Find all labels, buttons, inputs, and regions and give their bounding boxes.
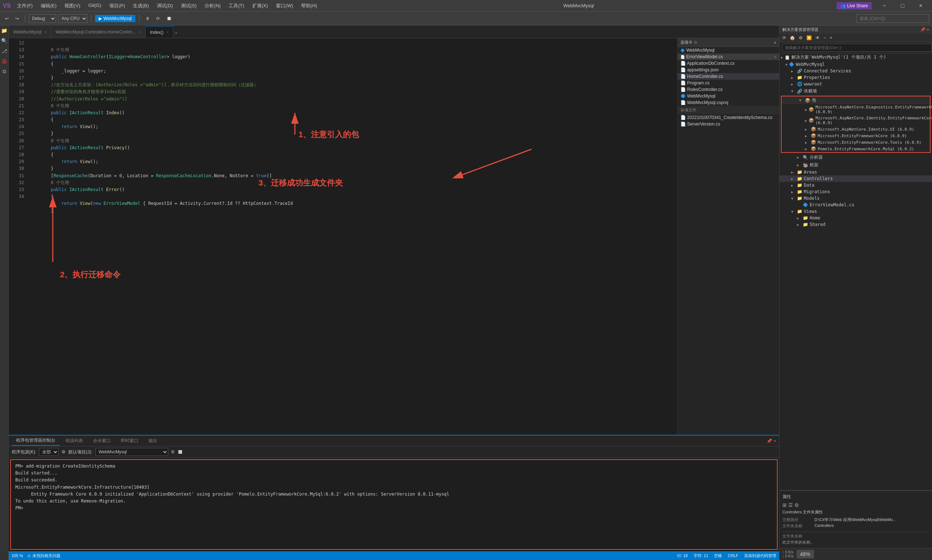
bottom-tab-output[interactable]: 输出 [144,436,162,445]
file-item-webmvcmysql[interactable]: 🔷 WebMvcMysql [678,93,779,99]
sol-data[interactable]: ▶ 📁 Data [779,182,932,188]
cpu-select[interactable]: Any CPU [58,14,87,23]
close-btn[interactable]: × [912,0,929,12]
file-item-errorviewmodel[interactable]: 📄 ErrorViewModel.cs × [678,54,779,60]
bottom-tab-errorlist[interactable]: 错误列表 [61,436,87,445]
bottom-tab-packagemanager[interactable]: 程序包管理器控制台 [12,436,60,446]
add-tab-btn[interactable]: + [173,28,179,38]
sol-deps[interactable]: ▼ 🔗 依赖项 [779,87,932,95]
clear-btn[interactable]: ≡ [171,449,174,455]
sol-btn-collapse[interactable]: − [822,35,827,41]
props-btn-list[interactable]: ☰ [788,502,793,508]
toolbar-misc2[interactable]: ⟳ [154,15,162,22]
sol-btn-home[interactable]: 🏠 [788,35,796,41]
sol-btn-new[interactable]: + [828,35,834,41]
sol-controllers[interactable]: ▶ 📁 Controllers [779,175,932,182]
activity-debug[interactable]: 🐞 [1,57,8,65]
toolbar-undo[interactable]: ↩ [3,15,11,22]
tab-index[interactable]: Index() × [146,26,173,38]
bottom-tab-immediate[interactable]: 即时窗口 [117,436,143,445]
sol-views[interactable]: ▼ 📁 Views [779,208,932,215]
sol-analyzers[interactable]: ▶ 🔍 分析器 [779,154,932,161]
live-share-btn[interactable]: 👥 Live Share [836,2,872,9]
sol-frameworks[interactable]: ▶ 📚 框架 [779,161,932,169]
settings-icon[interactable]: ⚙ [62,449,66,454]
toolbar-misc1[interactable]: ⏸ [143,15,152,22]
tab-close-1[interactable]: × [45,30,46,34]
sol-properties[interactable]: ▶ 📁 Properties [779,74,932,81]
sol-wwwroot[interactable]: ▶ 🌐 wwwroot [779,81,932,87]
menu-item-n[interactable]: 分析(N) [201,2,224,10]
bottom-panel-close[interactable]: × [773,438,776,443]
sol-views-shared[interactable]: ▶ 📁 Shared [779,221,932,228]
sol-btn-preview[interactable]: 👁 [814,35,821,41]
sol-pkg-identity-ui[interactable]: ▶ 📦 Microsoft.AspNetCore.Identity.UI (6.… [782,126,930,132]
sol-packages[interactable]: ▼ 📦 包 [782,97,930,104]
file-item-project[interactable]: 🔷 WebMvcMysql [678,47,779,54]
sol-pkg-ef-tools[interactable]: ▶ 📦 Microsoft.EntityFrameworkCore.Tools … [782,139,930,146]
menu-item-b[interactable]: 生成(B) [129,2,152,10]
sol-errorviewmodel[interactable]: 🔷 ErrorViewModel.cs [779,202,932,208]
sol-project-item[interactable]: ▼ 🔷 WebMvcMysql [779,61,932,68]
file-panel-close[interactable]: × [774,40,776,45]
sol-connected-services[interactable]: ▶ 🔗 Connected Services [779,68,932,74]
menu-item-t[interactable]: 工具(T) [225,2,248,10]
activity-extensions[interactable]: ⧉ [1,68,8,75]
sol-pin-btn[interactable]: 📌 [920,27,926,32]
source-select[interactable]: 全部 [39,448,59,456]
file-item-appdb[interactable]: 📄 ApplicationDbContext.cs [678,60,779,66]
sol-btn-filter[interactable]: 🔽 [805,35,813,41]
sol-migrations[interactable]: ▶ 📁 Migrations [779,188,932,195]
default-project-select[interactable]: WebMvcMysql [96,448,168,456]
props-btn-grid[interactable]: ⊞ [783,502,787,508]
menu-item-gitg[interactable]: Git(G) [85,2,105,10]
menu-item-d[interactable]: 调试(D) [153,2,177,10]
activity-git[interactable]: ⎇ [1,47,8,55]
menu-item-h[interactable]: 帮助(H) [297,2,321,10]
menu-item-w[interactable]: 窗口(W) [272,2,297,10]
bottom-panel-pin[interactable]: 📌 [767,438,772,443]
menu-item-e[interactable]: 编辑(E) [37,2,60,10]
sol-close-btn[interactable]: × [927,27,929,32]
menu-item-v[interactable]: 视图(V) [61,2,84,10]
file-item-rolescontroller[interactable]: 📄 RolesController.cs [678,86,779,93]
tab-homecontroller[interactable]: WebMvcMysql.Controllers.HomeContro... × [51,26,146,38]
sol-pkg-ef-core[interactable]: ▶ 📦 Microsoft.EntityFrameworkCore (6.0.9… [782,132,930,139]
file-item-homecontroller[interactable]: 📄 HomeController.cs [678,73,779,80]
sol-models[interactable]: ▼ 📁 Models [779,195,932,202]
menu-item-x[interactable]: 扩展(X) [249,2,271,10]
tab-close-3[interactable]: × [166,30,169,34]
sol-pkg-pomelo[interactable]: ▶ 📦 Pomelo.EntityFrameworkCore.MySql (6.… [782,146,930,152]
minimize-btn[interactable]: − [876,0,893,12]
add-source-btn[interactable]: 添加到源代码管理 [744,553,776,558]
stop-btn[interactable]: ⏹ [177,449,183,455]
toolbar-misc3[interactable]: 🔲 [164,15,174,22]
sol-btn-props[interactable]: ⚙ [797,35,804,41]
menu-item-s[interactable]: 测试(S) [177,2,200,10]
console-content[interactable]: PM> add-migration CreateIdentitySchema B… [10,459,778,550]
file-item-migration[interactable]: 📄 20221010070341_CreateIdentitySchema.cs [678,114,779,121]
sol-pkg-diagnostics[interactable]: ▶ 📦 Microsoft.AspNetCore.Diagnostics.Ent… [782,104,930,115]
toolbar-redo[interactable]: ↪ [13,15,21,22]
sol-search-input[interactable] [783,44,932,52]
menu-item-p[interactable]: 项目(P) [106,2,128,10]
debug-mode-select[interactable]: Debug Release [29,14,56,23]
activity-search[interactable]: 🔍 [1,37,8,45]
sol-solution-item[interactable]: ▶ 📋 解决方案'WebMvcMysql'(1 个项目/共 1 个) [779,54,932,61]
run-button[interactable]: ▶ WebMvcMysql [95,15,136,22]
maximize-btn[interactable]: □ [894,0,911,12]
sol-btn-sync[interactable]: ⟳ [781,35,787,41]
sol-views-home[interactable]: ▶ 📁 Home [779,215,932,221]
bottom-tab-command[interactable]: 命令窗口 [89,436,115,445]
file-item-appsettings[interactable]: 📄 appsettings.json [678,66,779,73]
tab-close-2[interactable]: × [139,30,141,34]
props-btn-props[interactable]: ⚙ [794,502,799,508]
file-item-serverversion[interactable]: 📄 ServerVersion.cs [678,121,779,127]
file-item-csproj[interactable]: 📄 WebMvcMysql.csproj [678,99,779,106]
sol-pkg-identity-ef[interactable]: ▶ 📦 Microsoft.AspNetCore.Identity.Entity… [782,115,930,126]
file-item-program[interactable]: 📄 Program.cs [678,80,779,86]
file-close-btn[interactable]: × [774,55,776,59]
menu-item-f[interactable]: 文件(F) [14,2,36,10]
tab-webmvcmysql[interactable]: WebMvcMysql × [9,26,51,38]
activity-explorer[interactable]: 📁 [1,27,8,34]
